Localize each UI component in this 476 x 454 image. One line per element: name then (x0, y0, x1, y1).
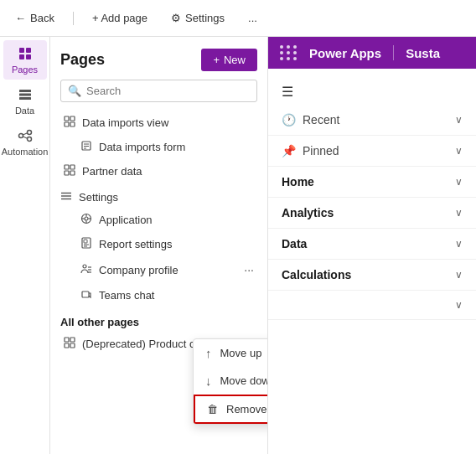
context-move-up[interactable]: ↑ Move up (194, 339, 268, 367)
svg-rect-43 (70, 338, 75, 342)
search-box: 🔍 (60, 80, 257, 102)
report-icon (80, 237, 92, 251)
analytics-label: Analytics (282, 206, 334, 219)
company-icon (80, 263, 92, 277)
top-bar: ← Back + Add page ⚙ Settings ... (0, 0, 476, 37)
context-move-down[interactable]: ↓ Move down (194, 367, 268, 395)
separator (73, 12, 74, 25)
pages-icon (17, 45, 34, 62)
nav-section-data: Data ∨ (268, 229, 476, 260)
settings-section-icon (60, 190, 72, 204)
nav-section-pinned: 📌 Pinned ∨ (268, 136, 476, 167)
svg-rect-2 (19, 54, 24, 59)
search-icon: 🔍 (68, 85, 81, 97)
sidebar-item-data[interactable]: Data (3, 81, 47, 121)
svg-rect-42 (65, 338, 69, 342)
extra-chevron: ∨ (455, 299, 463, 311)
nav-section-home-header[interactable]: Home ∨ (268, 167, 476, 197)
list-item-company-profile[interactable]: Company profile ··· (50, 256, 267, 283)
pages-header: Pages + New (50, 37, 267, 80)
data-imports-form-label: Data imports form (99, 141, 185, 153)
back-button[interactable]: ← Back (10, 8, 60, 28)
svg-rect-5 (19, 94, 31, 96)
power-apps-header: Power Apps Susta (268, 37, 476, 69)
teams-chat-label: Teams chat (99, 289, 154, 302)
svg-rect-12 (65, 116, 69, 121)
svg-rect-15 (70, 122, 75, 126)
move-down-label: Move down (220, 374, 269, 387)
nav-section-analytics: Analytics ∨ (268, 198, 476, 229)
settings-button[interactable]: ⚙ Settings (166, 8, 230, 28)
svg-rect-1 (26, 48, 31, 53)
deprecated-label: (Deprecated) Product ca... (82, 338, 210, 350)
suite-name: Susta (406, 46, 440, 60)
application-label: Application (99, 214, 153, 226)
svg-point-8 (27, 131, 31, 135)
remove-label: Remove from navigation (226, 403, 268, 415)
nav-section-recent: 🕐 Recent ∨ (268, 105, 476, 136)
context-menu: ↑ Move up ↓ Move down 🗑 Remove from navi… (193, 338, 268, 425)
list-item-data-imports-form[interactable]: Data imports form (50, 135, 267, 159)
pinned-label: Pinned (303, 144, 339, 157)
list-item-teams-chat[interactable]: Teams chat (50, 283, 267, 307)
form-icon (80, 140, 92, 154)
recent-chevron: ∨ (455, 114, 463, 126)
sidebar-item-automation[interactable]: Automation (3, 122, 47, 162)
data-nav-label: Data (15, 106, 34, 116)
svg-rect-4 (19, 90, 31, 92)
company-profile-more-button[interactable]: ··· (241, 261, 257, 278)
context-remove-from-navigation[interactable]: 🗑 Remove from navigation (194, 395, 268, 424)
sidebar-item-pages[interactable]: Pages (3, 40, 47, 80)
partner-data-label: Partner data (82, 165, 142, 178)
right-panel: Power Apps Susta ☰ 🕐 Recent ∨ (268, 37, 476, 454)
add-page-button[interactable]: + Add page (87, 8, 153, 28)
grid-icon (64, 116, 75, 130)
list-item-report-settings[interactable]: Report settings (50, 232, 267, 256)
home-label: Home (282, 175, 314, 188)
nav-section-extra: ∨ (268, 291, 476, 320)
analytics-chevron: ∨ (455, 207, 463, 219)
svg-rect-6 (19, 97, 31, 100)
left-nav: Pages Data Autom (0, 37, 50, 454)
svg-point-37 (83, 265, 86, 268)
settings-section-label: Settings (79, 191, 118, 204)
list-item-partner-data[interactable]: Partner data (50, 159, 267, 183)
more-button[interactable]: ... (243, 8, 262, 28)
search-input[interactable] (86, 85, 250, 97)
nav-section-data-header[interactable]: Data ∨ (268, 229, 476, 259)
deprecated-icon (64, 337, 75, 351)
data-icon (17, 86, 34, 103)
recent-label: Recent (303, 113, 339, 126)
svg-rect-44 (65, 343, 69, 348)
move-up-icon: ↑ (205, 346, 212, 360)
nav-section-analytics-header[interactable]: Analytics ∨ (268, 198, 476, 228)
svg-rect-34 (84, 240, 87, 243)
all-other-pages-header: All other pages (50, 307, 267, 332)
new-button[interactable]: + New (201, 49, 257, 71)
right-content: ☰ 🕐 Recent ∨ 📌 Pinned (268, 69, 476, 454)
svg-rect-41 (82, 291, 89, 297)
nav-section-extra-header[interactable]: ∨ (268, 291, 476, 319)
nav-section-calculations-header[interactable]: Calculations ∨ (268, 260, 476, 290)
nav-section-calculations: Calculations ∨ (268, 260, 476, 291)
svg-rect-13 (70, 116, 75, 121)
hamburger-icon[interactable]: ☰ (268, 75, 476, 105)
pin-icon: 📌 (282, 144, 296, 157)
svg-rect-14 (65, 122, 69, 126)
svg-rect-22 (65, 171, 69, 175)
pages-nav-label: Pages (12, 64, 38, 75)
list-item-application[interactable]: Application (50, 208, 267, 232)
nav-section-pinned-header[interactable]: 📌 Pinned ∨ (268, 136, 476, 166)
teams-icon (80, 288, 92, 302)
nav-section-recent-header[interactable]: 🕐 Recent ∨ (268, 105, 476, 135)
list-item-data-imports-view[interactable]: Data imports view (50, 111, 267, 135)
svg-rect-0 (19, 48, 24, 53)
report-settings-label: Report settings (99, 238, 172, 250)
pages-panel-title: Pages (60, 51, 105, 69)
application-icon (80, 213, 92, 227)
automation-nav-label: Automation (2, 147, 49, 157)
header-separator (393, 45, 394, 60)
settings-section-header[interactable]: Settings (50, 183, 267, 208)
move-up-label: Move up (220, 347, 262, 359)
clock-icon: 🕐 (282, 113, 296, 126)
